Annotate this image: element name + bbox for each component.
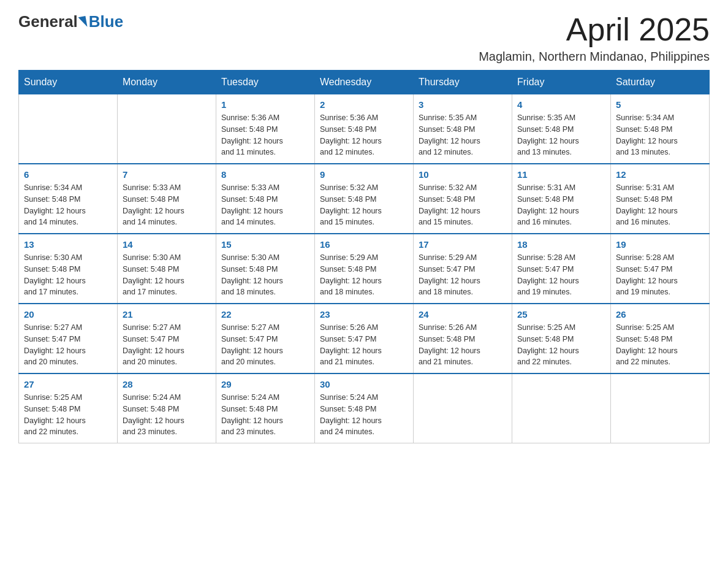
- day-number: 7: [123, 169, 211, 180]
- calendar-cell: 9Sunrise: 5:32 AM Sunset: 5:48 PM Daylig…: [315, 164, 414, 234]
- day-number: 6: [24, 169, 112, 180]
- calendar-week-row: 6Sunrise: 5:34 AM Sunset: 5:48 PM Daylig…: [19, 164, 710, 234]
- day-info: Sunrise: 5:25 AM Sunset: 5:48 PM Dayligh…: [616, 322, 704, 368]
- day-number: 4: [517, 99, 605, 110]
- day-info: Sunrise: 5:28 AM Sunset: 5:47 PM Dayligh…: [616, 252, 704, 298]
- logo-arrow-icon: [78, 16, 87, 28]
- day-number: 19: [616, 239, 704, 250]
- column-header-friday: Friday: [512, 71, 611, 94]
- day-info: Sunrise: 5:27 AM Sunset: 5:47 PM Dayligh…: [123, 322, 211, 368]
- day-info: Sunrise: 5:36 AM Sunset: 5:48 PM Dayligh…: [221, 112, 309, 158]
- day-info: Sunrise: 5:29 AM Sunset: 5:47 PM Dayligh…: [419, 252, 507, 298]
- calendar-cell: 20Sunrise: 5:27 AM Sunset: 5:47 PM Dayli…: [19, 304, 118, 373]
- day-info: Sunrise: 5:32 AM Sunset: 5:48 PM Dayligh…: [320, 182, 408, 228]
- calendar-cell: 15Sunrise: 5:30 AM Sunset: 5:48 PM Dayli…: [216, 234, 315, 304]
- day-info: Sunrise: 5:30 AM Sunset: 5:48 PM Dayligh…: [221, 252, 309, 298]
- calendar-cell: 3Sunrise: 5:35 AM Sunset: 5:48 PM Daylig…: [414, 94, 512, 164]
- calendar-cell: 17Sunrise: 5:29 AM Sunset: 5:47 PM Dayli…: [414, 234, 512, 304]
- day-number: 2: [320, 99, 408, 110]
- column-header-wednesday: Wednesday: [315, 71, 414, 94]
- logo: General Blue: [18, 12, 123, 31]
- day-number: 30: [320, 379, 408, 389]
- day-number: 29: [221, 379, 309, 389]
- day-number: 20: [24, 309, 112, 320]
- day-number: 3: [419, 99, 507, 110]
- column-header-tuesday: Tuesday: [216, 71, 315, 94]
- calendar-cell: 7Sunrise: 5:33 AM Sunset: 5:48 PM Daylig…: [118, 164, 216, 234]
- day-number: 11: [517, 169, 605, 180]
- day-info: Sunrise: 5:30 AM Sunset: 5:48 PM Dayligh…: [24, 252, 112, 298]
- day-info: Sunrise: 5:30 AM Sunset: 5:48 PM Dayligh…: [123, 252, 211, 298]
- calendar-cell: 12Sunrise: 5:31 AM Sunset: 5:48 PM Dayli…: [611, 164, 710, 234]
- calendar-cell: 16Sunrise: 5:29 AM Sunset: 5:48 PM Dayli…: [315, 234, 414, 304]
- calendar-week-row: 13Sunrise: 5:30 AM Sunset: 5:48 PM Dayli…: [19, 234, 710, 304]
- day-info: Sunrise: 5:25 AM Sunset: 5:48 PM Dayligh…: [24, 392, 112, 438]
- day-number: 9: [320, 169, 408, 180]
- calendar-cell: 2Sunrise: 5:36 AM Sunset: 5:48 PM Daylig…: [315, 94, 414, 164]
- day-number: 24: [419, 309, 507, 320]
- day-info: Sunrise: 5:33 AM Sunset: 5:48 PM Dayligh…: [221, 182, 309, 228]
- calendar-cell: 5Sunrise: 5:34 AM Sunset: 5:48 PM Daylig…: [611, 94, 710, 164]
- calendar-subtitle: Maglamin, Northern Mindanao, Philippines: [479, 50, 710, 64]
- calendar-cell: [611, 373, 710, 443]
- day-number: 10: [419, 169, 507, 180]
- calendar-cell: 19Sunrise: 5:28 AM Sunset: 5:47 PM Dayli…: [611, 234, 710, 304]
- day-number: 14: [123, 239, 211, 250]
- day-number: 25: [517, 309, 605, 320]
- calendar-cell: 22Sunrise: 5:27 AM Sunset: 5:47 PM Dayli…: [216, 304, 315, 373]
- calendar-cell: 6Sunrise: 5:34 AM Sunset: 5:48 PM Daylig…: [19, 164, 118, 234]
- day-info: Sunrise: 5:35 AM Sunset: 5:48 PM Dayligh…: [419, 112, 507, 158]
- day-info: Sunrise: 5:31 AM Sunset: 5:48 PM Dayligh…: [616, 182, 704, 228]
- day-number: 23: [320, 309, 408, 320]
- logo-general-text: General: [18, 12, 78, 31]
- title-block: April 2025 Maglamin, Northern Mindanao, …: [479, 12, 710, 64]
- day-number: 13: [24, 239, 112, 250]
- day-number: 22: [221, 309, 309, 320]
- calendar-cell: [414, 373, 512, 443]
- calendar-cell: 29Sunrise: 5:24 AM Sunset: 5:48 PM Dayli…: [216, 373, 315, 443]
- calendar-cell: [118, 94, 216, 164]
- day-number: 21: [123, 309, 211, 320]
- day-info: Sunrise: 5:28 AM Sunset: 5:47 PM Dayligh…: [517, 252, 605, 298]
- day-number: 16: [320, 239, 408, 250]
- day-number: 27: [24, 379, 112, 389]
- calendar-week-row: 1Sunrise: 5:36 AM Sunset: 5:48 PM Daylig…: [19, 94, 710, 164]
- day-info: Sunrise: 5:33 AM Sunset: 5:48 PM Dayligh…: [123, 182, 211, 228]
- day-number: 26: [616, 309, 704, 320]
- day-number: 12: [616, 169, 704, 180]
- day-info: Sunrise: 5:25 AM Sunset: 5:48 PM Dayligh…: [517, 322, 605, 368]
- logo-blue-text: Blue: [89, 12, 123, 31]
- day-number: 8: [221, 169, 309, 180]
- calendar-cell: [512, 373, 611, 443]
- column-header-monday: Monday: [118, 71, 216, 94]
- calendar-cell: 30Sunrise: 5:24 AM Sunset: 5:48 PM Dayli…: [315, 373, 414, 443]
- calendar-week-row: 27Sunrise: 5:25 AM Sunset: 5:48 PM Dayli…: [19, 373, 710, 443]
- calendar-cell: 26Sunrise: 5:25 AM Sunset: 5:48 PM Dayli…: [611, 304, 710, 373]
- calendar-cell: 21Sunrise: 5:27 AM Sunset: 5:47 PM Dayli…: [118, 304, 216, 373]
- day-info: Sunrise: 5:29 AM Sunset: 5:48 PM Dayligh…: [320, 252, 408, 298]
- page-header: General Blue April 2025 Maglamin, Northe…: [18, 12, 710, 64]
- day-info: Sunrise: 5:27 AM Sunset: 5:47 PM Dayligh…: [24, 322, 112, 368]
- calendar-cell: 13Sunrise: 5:30 AM Sunset: 5:48 PM Dayli…: [19, 234, 118, 304]
- column-header-thursday: Thursday: [414, 71, 512, 94]
- column-header-saturday: Saturday: [611, 71, 710, 94]
- calendar-table: SundayMondayTuesdayWednesdayThursdayFrid…: [18, 70, 710, 443]
- calendar-cell: 25Sunrise: 5:25 AM Sunset: 5:48 PM Dayli…: [512, 304, 611, 373]
- day-number: 1: [221, 99, 309, 110]
- day-info: Sunrise: 5:24 AM Sunset: 5:48 PM Dayligh…: [320, 392, 408, 438]
- day-info: Sunrise: 5:31 AM Sunset: 5:48 PM Dayligh…: [517, 182, 605, 228]
- calendar-cell: 14Sunrise: 5:30 AM Sunset: 5:48 PM Dayli…: [118, 234, 216, 304]
- calendar-cell: 18Sunrise: 5:28 AM Sunset: 5:47 PM Dayli…: [512, 234, 611, 304]
- day-info: Sunrise: 5:35 AM Sunset: 5:48 PM Dayligh…: [517, 112, 605, 158]
- calendar-cell: 10Sunrise: 5:32 AM Sunset: 5:48 PM Dayli…: [414, 164, 512, 234]
- calendar-cell: 24Sunrise: 5:26 AM Sunset: 5:48 PM Dayli…: [414, 304, 512, 373]
- day-info: Sunrise: 5:32 AM Sunset: 5:48 PM Dayligh…: [419, 182, 507, 228]
- day-info: Sunrise: 5:26 AM Sunset: 5:48 PM Dayligh…: [419, 322, 507, 368]
- day-number: 17: [419, 239, 507, 250]
- calendar-cell: 1Sunrise: 5:36 AM Sunset: 5:48 PM Daylig…: [216, 94, 315, 164]
- day-info: Sunrise: 5:34 AM Sunset: 5:48 PM Dayligh…: [616, 112, 704, 158]
- calendar-cell: 23Sunrise: 5:26 AM Sunset: 5:47 PM Dayli…: [315, 304, 414, 373]
- day-number: 28: [123, 379, 211, 389]
- day-info: Sunrise: 5:26 AM Sunset: 5:47 PM Dayligh…: [320, 322, 408, 368]
- calendar-cell: 4Sunrise: 5:35 AM Sunset: 5:48 PM Daylig…: [512, 94, 611, 164]
